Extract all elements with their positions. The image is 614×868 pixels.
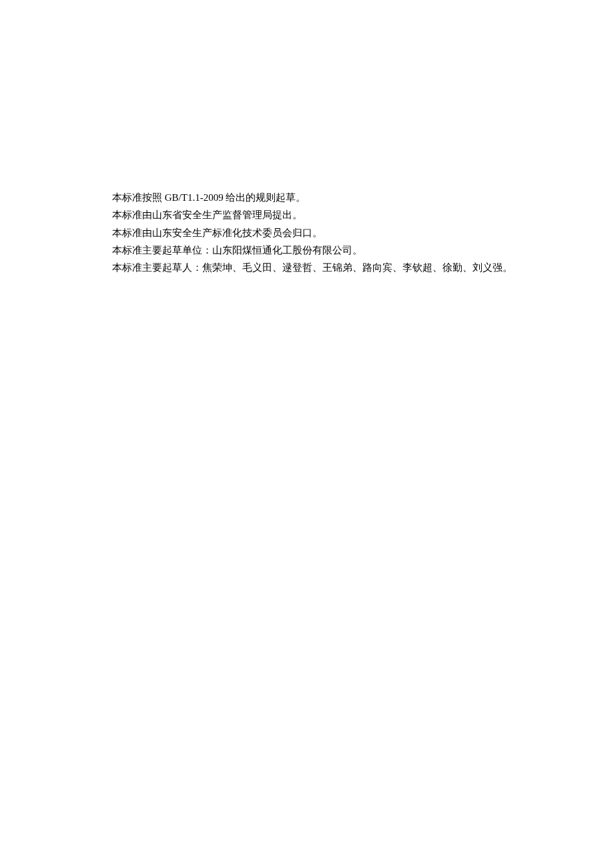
- paragraph-proposed-by: 本标准由山东省安全生产监督管理局提出。: [92, 206, 547, 224]
- paragraph-drafting-unit: 本标准主要起草单位：山东阳煤恒通化工股份有限公司。: [92, 242, 547, 259]
- paragraph-standard-rule: 本标准按照 GB/T1.1-2009 给出的规则起草。: [92, 189, 547, 206]
- paragraph-drafters: 本标准主要起草人：焦荣坤、毛义田、逯登哲、王锦弟、路向宾、李钦超、徐勤、刘义强。: [92, 259, 547, 276]
- paragraph-administered-by: 本标准由山东安全生产标准化技术委员会归口。: [92, 224, 547, 242]
